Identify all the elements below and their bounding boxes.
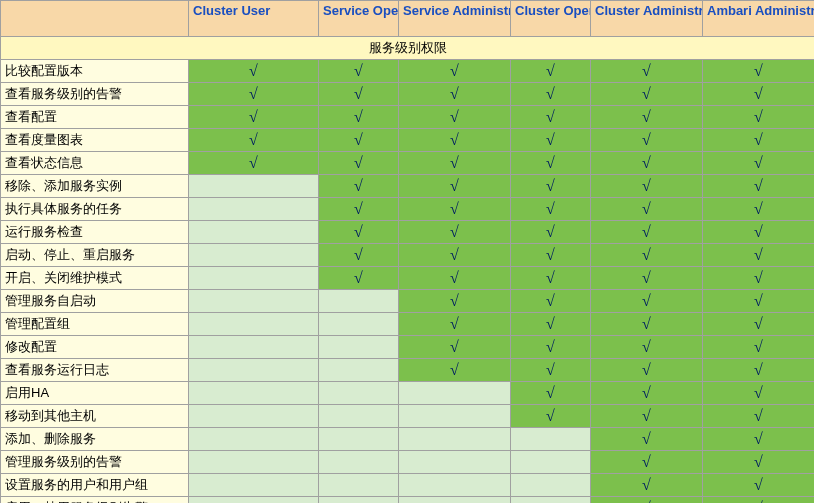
empty-cell bbox=[189, 313, 319, 336]
check-icon: √ bbox=[354, 154, 363, 171]
check-icon: √ bbox=[754, 315, 763, 332]
granted-cell: √ bbox=[511, 129, 591, 152]
granted-cell: √ bbox=[511, 290, 591, 313]
granted-cell: √ bbox=[703, 382, 815, 405]
check-icon: √ bbox=[450, 246, 459, 263]
granted-cell: √ bbox=[591, 152, 703, 175]
check-icon: √ bbox=[642, 85, 651, 102]
table-row: 移动到其他主机√√√ bbox=[1, 405, 815, 428]
check-icon: √ bbox=[642, 361, 651, 378]
check-icon: √ bbox=[546, 85, 555, 102]
empty-cell bbox=[189, 497, 319, 504]
granted-cell: √ bbox=[319, 175, 399, 198]
granted-cell: √ bbox=[703, 313, 815, 336]
check-icon: √ bbox=[642, 131, 651, 148]
granted-cell: √ bbox=[703, 336, 815, 359]
table-row: 启用、禁用服务级别告警√√ bbox=[1, 497, 815, 504]
granted-cell: √ bbox=[703, 83, 815, 106]
empty-cell bbox=[189, 198, 319, 221]
check-icon: √ bbox=[249, 85, 258, 102]
check-icon: √ bbox=[642, 200, 651, 217]
granted-cell: √ bbox=[591, 129, 703, 152]
empty-cell bbox=[189, 336, 319, 359]
check-icon: √ bbox=[642, 315, 651, 332]
granted-cell: √ bbox=[189, 60, 319, 83]
permission-label: 启用、禁用服务级别告警 bbox=[1, 497, 189, 504]
permission-label: 查看度量图表 bbox=[1, 129, 189, 152]
empty-cell bbox=[319, 474, 399, 497]
check-icon: √ bbox=[642, 476, 651, 493]
granted-cell: √ bbox=[511, 60, 591, 83]
section-title-row: 服务级别权限 bbox=[1, 37, 815, 60]
empty-cell bbox=[399, 428, 511, 451]
permission-label: 管理服务自启动 bbox=[1, 290, 189, 313]
granted-cell: √ bbox=[703, 474, 815, 497]
check-icon: √ bbox=[754, 177, 763, 194]
permissions-matrix: Cluster User Service Operator Service Ad… bbox=[0, 0, 814, 503]
granted-cell: √ bbox=[189, 129, 319, 152]
granted-cell: √ bbox=[189, 106, 319, 129]
granted-cell: √ bbox=[319, 106, 399, 129]
granted-cell: √ bbox=[591, 290, 703, 313]
empty-cell bbox=[189, 244, 319, 267]
granted-cell: √ bbox=[703, 198, 815, 221]
check-icon: √ bbox=[642, 453, 651, 470]
check-icon: √ bbox=[546, 62, 555, 79]
granted-cell: √ bbox=[511, 244, 591, 267]
empty-cell bbox=[399, 451, 511, 474]
granted-cell: √ bbox=[591, 267, 703, 290]
check-icon: √ bbox=[546, 200, 555, 217]
granted-cell: √ bbox=[511, 405, 591, 428]
granted-cell: √ bbox=[399, 152, 511, 175]
role-header: Service Administrator bbox=[399, 1, 511, 37]
table-row: 查看状态信息√√√√√√ bbox=[1, 152, 815, 175]
empty-cell bbox=[319, 313, 399, 336]
check-icon: √ bbox=[642, 223, 651, 240]
granted-cell: √ bbox=[399, 221, 511, 244]
empty-cell bbox=[511, 451, 591, 474]
check-icon: √ bbox=[642, 269, 651, 286]
check-icon: √ bbox=[754, 62, 763, 79]
table-row: 查看服务级别的告警√√√√√√ bbox=[1, 83, 815, 106]
header-row: Cluster User Service Operator Service Ad… bbox=[1, 1, 815, 37]
granted-cell: √ bbox=[591, 336, 703, 359]
check-icon: √ bbox=[450, 108, 459, 125]
empty-cell bbox=[399, 405, 511, 428]
table-row: 开启、关闭维护模式√√√√√ bbox=[1, 267, 815, 290]
check-icon: √ bbox=[546, 177, 555, 194]
check-icon: √ bbox=[450, 269, 459, 286]
permission-label: 查看状态信息 bbox=[1, 152, 189, 175]
check-icon: √ bbox=[642, 154, 651, 171]
granted-cell: √ bbox=[319, 221, 399, 244]
check-icon: √ bbox=[249, 154, 258, 171]
check-icon: √ bbox=[546, 292, 555, 309]
permission-label: 启用HA bbox=[1, 382, 189, 405]
table-row: 添加、删除服务√√ bbox=[1, 428, 815, 451]
check-icon: √ bbox=[754, 200, 763, 217]
granted-cell: √ bbox=[399, 60, 511, 83]
granted-cell: √ bbox=[511, 83, 591, 106]
check-icon: √ bbox=[450, 223, 459, 240]
empty-cell bbox=[189, 382, 319, 405]
check-icon: √ bbox=[450, 338, 459, 355]
granted-cell: √ bbox=[703, 267, 815, 290]
empty-cell bbox=[319, 336, 399, 359]
granted-cell: √ bbox=[511, 152, 591, 175]
empty-cell bbox=[399, 382, 511, 405]
granted-cell: √ bbox=[399, 198, 511, 221]
permission-label: 查看服务运行日志 bbox=[1, 359, 189, 382]
empty-cell bbox=[399, 497, 511, 504]
granted-cell: √ bbox=[703, 497, 815, 504]
check-icon: √ bbox=[546, 223, 555, 240]
permission-label: 修改配置 bbox=[1, 336, 189, 359]
empty-cell bbox=[189, 428, 319, 451]
check-icon: √ bbox=[754, 384, 763, 401]
empty-cell bbox=[319, 405, 399, 428]
permission-label: 开启、关闭维护模式 bbox=[1, 267, 189, 290]
check-icon: √ bbox=[754, 476, 763, 493]
check-icon: √ bbox=[546, 269, 555, 286]
granted-cell: √ bbox=[703, 60, 815, 83]
granted-cell: √ bbox=[319, 152, 399, 175]
granted-cell: √ bbox=[703, 451, 815, 474]
empty-cell bbox=[189, 405, 319, 428]
